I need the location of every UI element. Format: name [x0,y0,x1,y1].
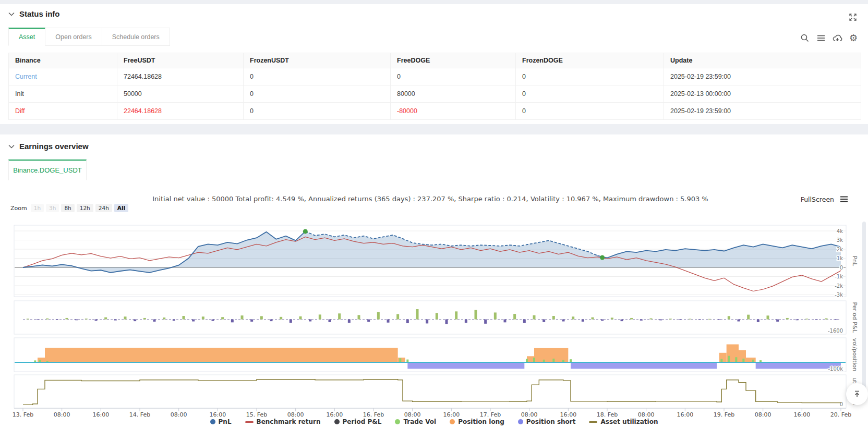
legend-marker-trade-vol [395,419,400,424]
cell-init-update: 2025-02-13 00:00:00 [664,85,861,103]
legend-item-pnl[interactable]: PnL [210,418,232,425]
earnings-section-header: Earnings overview [8,142,89,151]
earnings-tabbar: Binance.DOGE_USDT [8,160,87,180]
zoom-12h[interactable]: 12h [77,204,93,212]
settings-gear-icon[interactable]: ⚙ [848,33,859,43]
cell-diff-freeusdt: 22464.18628 [117,103,244,120]
earnings-overview-card: Earnings overview Binance.DOGE_USDT Init… [0,134,868,428]
menu-icon[interactable] [816,33,826,43]
status-info-card: Status info AssetOpen ordersSchedule ord… [0,4,868,124]
legend-label: Asset utilization [600,418,658,425]
cell-init-freedoge: 80000 [391,85,516,103]
legend-marker-benchmark-return [245,421,254,423]
row-label-current[interactable]: Current [9,68,117,85]
collapse-chevron-icon[interactable] [8,144,15,149]
zoom-24h[interactable]: 24h [95,204,112,212]
chart-header-tools: FullScreen [801,194,849,204]
table-row-diff: Diff22464.186280-8000002025-02-19 23:59:… [9,103,861,120]
legend-item-position-short[interactable]: Position short [518,418,576,425]
cell-init-frozendoge: 0 [516,85,664,103]
cell-current-update: 2025-02-19 23:59:00 [664,68,861,85]
zoom-1h[interactable]: 1h [31,204,44,212]
legend-item-benchmark-return[interactable]: Benchmark return [245,418,321,425]
column-header-update: Update [664,53,861,68]
zoom-buttons: 1h3h8h12h24hAll [31,204,128,212]
legend-marker-pnl [210,419,215,424]
column-header-frozenusdt: FrozenUSDT [244,53,391,68]
legend-label: PnL [219,418,232,425]
zoom-all[interactable]: All [114,204,128,212]
cloud-download-icon[interactable] [832,33,842,43]
zoom-3h[interactable]: 3h [46,204,59,212]
legend-marker-asset-utilization [589,421,597,423]
zoom-label: Zoom [10,205,27,212]
cell-diff-freedoge: -80000 [391,103,516,120]
cell-init-freeusdt: 50000 [117,85,244,103]
table-row-init: Init5000008000002025-02-13 00:00:00 [9,85,861,103]
row-label-init: Init [9,85,117,103]
cell-diff-update: 2025-02-19 23:59:00 [664,103,861,120]
status-tabbar: AssetOpen ordersSchedule orders [8,28,170,46]
tab-binance-doge-usdt[interactable]: Binance.DOGE_USDT [8,160,87,180]
chart-legend: PnLBenchmark returnPeriod P&LTrade VolPo… [0,418,868,425]
legend-marker-position-short [518,419,523,424]
legend-label: Position long [458,418,504,425]
legend-item-period-p-l[interactable]: Period P&L [334,418,382,425]
table-toolbar: ⚙ [800,33,859,43]
legend-label: Benchmark return [257,418,321,425]
column-header-frozendoge: FrozenDOGE [516,53,664,68]
column-header-freeusdt: FreeUSDT [117,53,244,68]
asset-table: BinanceFreeUSDTFrozenUSDTFreeDOGEFrozenD… [8,53,861,120]
search-icon[interactable] [800,33,810,43]
expand-icon[interactable] [848,13,858,22]
trading-dashboard-page: Status info AssetOpen ordersSchedule ord… [0,0,868,428]
back-to-top-button[interactable] [846,383,868,405]
column-header-binance: Binance [9,53,117,68]
row-label-diff: Diff [9,103,117,120]
cell-current-freedoge: 0 [391,68,516,85]
legend-item-position-long[interactable]: Position long [450,418,504,425]
cell-diff-frozenusdt: 0 [244,103,391,120]
legend-marker-period-p-l [334,419,340,424]
legend-label: Period P&L [343,418,382,425]
collapse-chevron-icon[interactable] [8,11,15,17]
status-section-title: Status info [19,9,60,18]
legend-label: Trade Vol [403,418,436,425]
column-header-freedoge: FreeDOGE [391,53,516,68]
legend-item-asset-utilization[interactable]: Asset utilization [589,418,658,425]
zoom-8h[interactable]: 8h [61,204,74,212]
vertical-scrollbar[interactable] [862,222,866,401]
cell-diff-frozendoge: 0 [516,103,664,120]
legend-marker-position-long [450,419,455,424]
legend-item-trade-vol[interactable]: Trade Vol [395,418,436,425]
cell-init-frozenusdt: 0 [244,85,391,103]
tab-open-orders[interactable]: Open orders [45,28,102,46]
cell-current-freeusdt: 72464.18628 [117,68,244,85]
legend-label: Position short [526,418,576,425]
earnings-section-title: Earnings overview [19,142,89,151]
chart-summary-stats: Initial net value : 50000 Total profit: … [15,195,846,203]
fullscreen-button[interactable]: FullScreen [801,195,834,203]
cell-current-frozenusdt: 0 [244,68,391,85]
tab-asset[interactable]: Asset [8,28,45,46]
table-row-current: Current72464.186280002025-02-19 23:59:00 [9,68,861,85]
cell-current-frozendoge: 0 [516,68,664,85]
chart-menu-icon[interactable] [839,194,849,204]
status-section-header: Status info [8,9,60,18]
zoom-range-bar: Zoom 1h3h8h12h24hAll [10,204,128,212]
tab-schedule-orders[interactable]: Schedule orders [102,28,170,46]
